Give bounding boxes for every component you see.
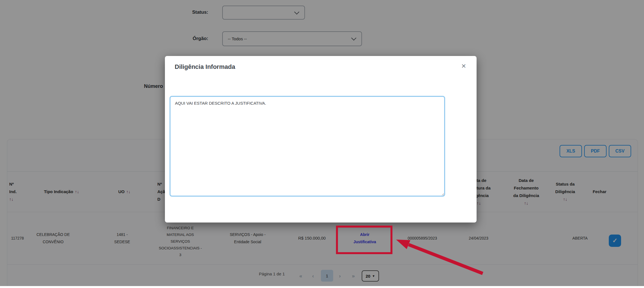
window-edge	[0, 286, 644, 288]
page: Status: Órgão: -- Todos -- Número XLS PD…	[0, 0, 644, 288]
modal-title: Diligência Informada	[175, 63, 235, 71]
diligencia-informada-modal: Diligência Informada × AQUI VAI ESTAR DE…	[165, 56, 477, 223]
close-icon[interactable]: ×	[461, 62, 466, 70]
justificativa-textarea[interactable]: AQUI VAI ESTAR DESCRITO A JUSTIFICATIVA.	[170, 96, 445, 196]
